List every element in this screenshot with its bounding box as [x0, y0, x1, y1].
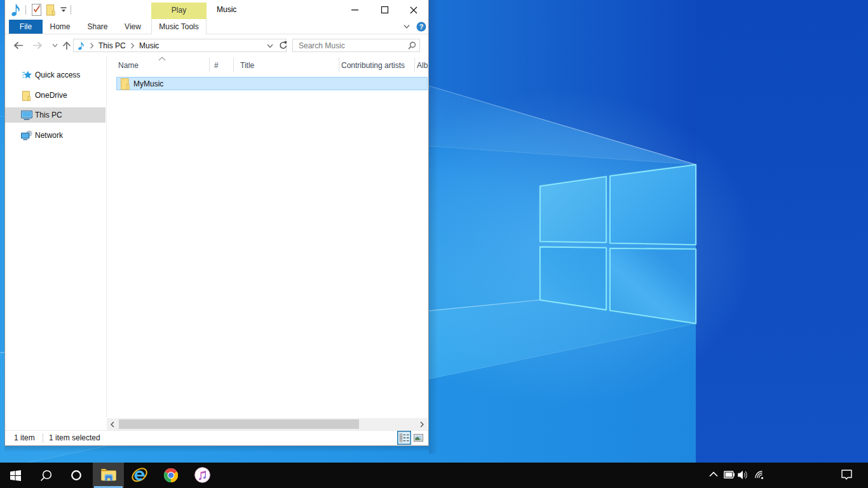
svg-text:?: ?: [419, 23, 424, 30]
